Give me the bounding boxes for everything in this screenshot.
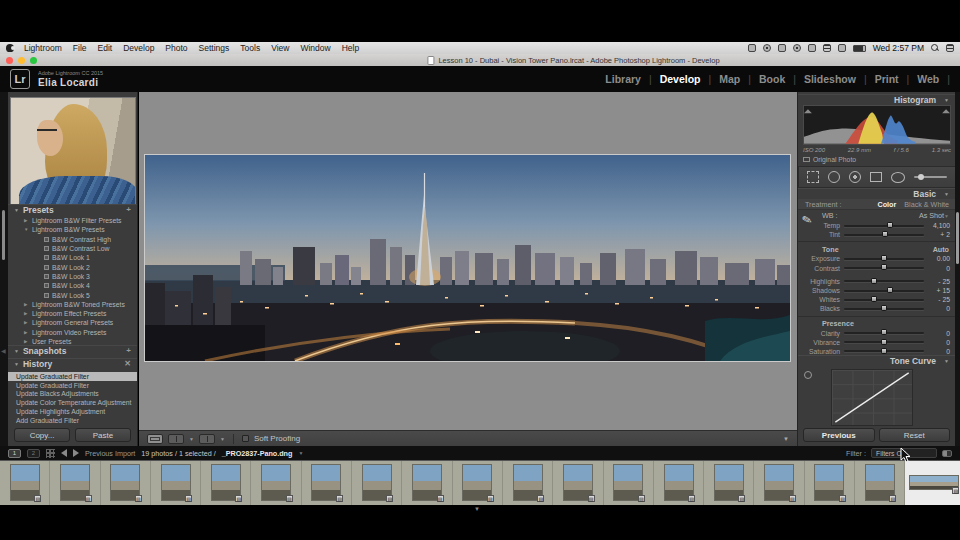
filmstrip-thumbnail[interactable]: ▨ — [402, 461, 452, 506]
filmstrip-thumbnail[interactable]: ▨ — [855, 461, 905, 506]
filmstrip-thumbnail[interactable]: ▨ — [654, 461, 704, 506]
filmstrip-thumbnail[interactable]: ▨ — [553, 461, 603, 506]
screen-record-icon[interactable] — [793, 44, 801, 52]
slider-track[interactable] — [844, 341, 924, 343]
history-panel-header[interactable]: History ✕ — [8, 358, 137, 369]
slider-thumb[interactable] — [881, 339, 887, 345]
photo-dubai-panorama[interactable] — [145, 155, 790, 361]
menu-item[interactable]: Lightroom — [24, 43, 62, 53]
slider-value[interactable]: + 15 — [928, 287, 950, 294]
right-scrollbar-thumb[interactable] — [956, 212, 959, 264]
menu-item[interactable]: Help — [342, 43, 359, 53]
slider-thumb[interactable] — [871, 278, 877, 284]
module-tab[interactable]: Print — [875, 73, 899, 85]
filmstrip-thumbnail[interactable]: ▨ — [0, 461, 50, 506]
add-snapshot-icon[interactable]: + — [126, 347, 131, 355]
module-tab[interactable]: Slideshow — [804, 73, 856, 85]
menu-item[interactable]: Develop — [123, 43, 154, 53]
menu-item[interactable]: Settings — [199, 43, 230, 53]
left-collapse-icon[interactable]: ◀ — [1, 347, 6, 354]
filmstrip-thumbnail[interactable]: ▨ — [754, 461, 804, 506]
history-step[interactable]: Update Graduated Filter — [8, 381, 137, 390]
preset-disclosure-icon[interactable]: ▶ — [24, 320, 32, 325]
disclosure-icon[interactable] — [14, 361, 19, 367]
slider-value[interactable]: 0.00 — [928, 255, 950, 262]
slider-track[interactable] — [844, 258, 924, 260]
filmstrip-thumbnail[interactable]: ▨ — [352, 461, 402, 506]
selected-filename[interactable]: _PRO2837-Pano.dng — [222, 449, 293, 458]
module-tab[interactable]: Web — [917, 73, 939, 85]
slider-track[interactable] — [844, 308, 924, 310]
apple-menu-icon[interactable] — [6, 44, 14, 52]
histogram-display[interactable] — [803, 105, 951, 145]
menu-bar-clock[interactable]: Wed 2:57 PM — [873, 43, 924, 53]
spotlight-icon[interactable] — [931, 44, 939, 52]
clear-history-icon[interactable]: ✕ — [124, 360, 131, 368]
preset-disclosure-icon[interactable]: ▶ — [24, 311, 32, 316]
chevron-down-icon[interactable]: ▼ — [298, 450, 303, 456]
paste-button[interactable]: Paste — [75, 428, 131, 442]
minimize-button[interactable] — [18, 57, 25, 64]
auto-tone-button[interactable]: Auto — [933, 245, 949, 254]
preset-item[interactable]: B&W Contrast High — [8, 235, 137, 244]
preset-item[interactable]: B&W Look 3 — [8, 272, 137, 281]
preset-item[interactable]: B&W Look 2 — [8, 262, 137, 271]
menu-item[interactable]: Window — [300, 43, 330, 53]
slider-value[interactable]: 0 — [928, 265, 950, 272]
keyboard-icon[interactable] — [823, 44, 831, 52]
chevron-down-icon[interactable]: ▼ — [189, 436, 194, 442]
slider-thumb[interactable] — [887, 287, 893, 293]
module-tab[interactable]: Map — [719, 73, 740, 85]
slider-track[interactable] — [844, 332, 924, 334]
soft-proofing-checkbox[interactable] — [242, 435, 249, 442]
add-preset-icon[interactable]: + — [126, 206, 131, 214]
disclosure-icon[interactable] — [944, 97, 949, 103]
slider-thumb[interactable] — [881, 348, 887, 354]
forward-arrow-icon[interactable] — [73, 449, 79, 457]
presets-panel-header[interactable]: Presets + — [8, 204, 137, 215]
toolbar-collapse-icon[interactable]: ▼ — [783, 436, 789, 442]
slider-value[interactable]: 0 — [928, 330, 950, 337]
disclosure-icon[interactable] — [944, 358, 949, 364]
preset-disclosure-icon[interactable]: ▶ — [24, 330, 32, 335]
slider-value[interactable]: 4,100 — [928, 222, 950, 229]
preset-disclosure-icon[interactable]: ▶ — [24, 218, 32, 223]
slider-track[interactable] — [844, 234, 924, 236]
filmstrip-thumbnail[interactable]: ▨ — [101, 461, 151, 506]
slider-thumb[interactable] — [881, 305, 887, 311]
source-label[interactable]: Previous Import — [85, 449, 135, 458]
slider-value[interactable]: 0 — [928, 348, 950, 355]
loupe-view-icon[interactable] — [147, 434, 163, 444]
filmstrip-thumbnail[interactable]: ▨ — [704, 461, 754, 506]
history-step[interactable]: Update Highlights Adjustment — [8, 407, 137, 416]
treatment-color-option[interactable]: Color — [877, 200, 896, 209]
tone-curve-display[interactable] — [831, 369, 913, 426]
preset-disclosure-icon[interactable]: ▼ — [24, 227, 32, 232]
filmstrip-thumbnail[interactable]: ▨ — [251, 461, 301, 506]
preset-item[interactable]: ▶ Lightroom Video Presets — [8, 328, 137, 337]
module-tab[interactable]: Develop — [660, 73, 701, 85]
filmstrip-thumbnail[interactable]: ▨ — [805, 461, 855, 506]
slider-track[interactable] — [844, 299, 924, 301]
preset-item[interactable]: B&W Contrast Low — [8, 244, 137, 253]
before-after-tb-icon[interactable] — [199, 434, 215, 444]
wb-value-dropdown[interactable]: As Shot — [919, 211, 944, 220]
camera-icon[interactable] — [763, 44, 771, 52]
filmstrip-thumbnail[interactable]: ▨ — [453, 461, 503, 506]
dropbox-icon[interactable] — [778, 44, 786, 52]
chevron-down-icon[interactable]: ▼ — [220, 436, 225, 442]
second-window-icon[interactable]: 2 — [27, 449, 40, 458]
slider-value[interactable]: 0 — [928, 305, 950, 312]
preset-item[interactable]: ▼ Lightroom B&W Presets — [8, 225, 137, 234]
chevron-down-icon[interactable]: ▼ — [944, 213, 949, 219]
slider-thumb[interactable] — [881, 329, 887, 335]
left-scrollbar-thumb[interactable] — [2, 210, 5, 260]
filmstrip-thumbnail[interactable]: ▨ — [50, 461, 100, 506]
crop-tool-icon[interactable] — [807, 171, 819, 183]
basic-panel-header[interactable]: Basic — [798, 188, 955, 199]
menu-item[interactable]: Photo — [165, 43, 187, 53]
filmstrip-thumbnail[interactable]: ▨ — [503, 461, 553, 506]
adjustment-brush-tool-icon[interactable] — [914, 176, 947, 178]
preset-item[interactable]: ▶ Lightroom B&W Filter Presets — [8, 216, 137, 225]
menu-item[interactable]: Tools — [240, 43, 260, 53]
